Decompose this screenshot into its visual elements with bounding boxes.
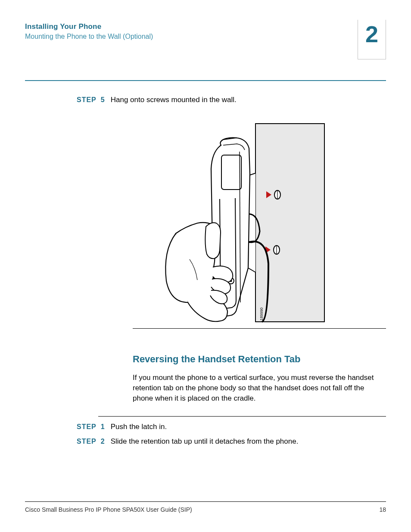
step-text: Slide the retention tab up until it deta… — [111, 437, 299, 446]
header-subtitle: Mounting the Phone to the Wall (Optional… — [25, 33, 386, 40]
steps-rule — [98, 416, 386, 417]
step-number: 5 — [101, 96, 105, 104]
step-5-row: STEP 5 Hang onto screws mounted in the w… — [77, 96, 386, 104]
chapter-box: 2 — [358, 20, 386, 59]
chapter-number: 2 — [365, 22, 378, 46]
svg-rect-7 — [221, 155, 241, 190]
figure-id-label: 189990 — [259, 308, 264, 320]
step-text: Hang onto screws mounted in the wall. — [111, 96, 237, 104]
page: Installing Your Phone Mounting the Phone… — [0, 0, 411, 532]
content-area: STEP 5 Hang onto screws mounted in the w… — [25, 96, 386, 446]
step-label: STEP — [77, 438, 97, 445]
footer-rule — [25, 501, 386, 502]
page-footer: Cisco Small Business Pro IP Phone SPA50X… — [25, 501, 386, 513]
step-number: 2 — [101, 438, 105, 445]
step-list: STEP 1 Push the latch in. STEP 2 Slide t… — [77, 423, 386, 446]
footer-doc-title: Cisco Small Business Pro IP Phone SPA50X… — [25, 506, 192, 513]
header-rule — [25, 80, 386, 81]
section-heading: Reversing the Handset Retention Tab — [133, 354, 386, 365]
page-header: Installing Your Phone Mounting the Phone… — [25, 22, 386, 59]
figure-rule — [133, 328, 386, 329]
step-label: STEP — [77, 423, 97, 431]
step-1-row: STEP 1 Push the latch in. — [77, 423, 386, 431]
footer-page-number: 18 — [379, 506, 386, 513]
section-paragraph: If you mount the phone to a vertical sur… — [133, 373, 386, 403]
wall-mount-illustration: 189990 — [77, 121, 352, 328]
step-2-row: STEP 2 Slide the retention tab up until … — [77, 437, 386, 446]
step-label: STEP — [77, 96, 97, 104]
header-title: Installing Your Phone — [25, 22, 386, 31]
step-number: 1 — [101, 423, 105, 431]
svg-rect-0 — [255, 124, 324, 322]
figure-container: 189990 — [77, 121, 386, 328]
step-text: Push the latch in. — [111, 423, 167, 431]
